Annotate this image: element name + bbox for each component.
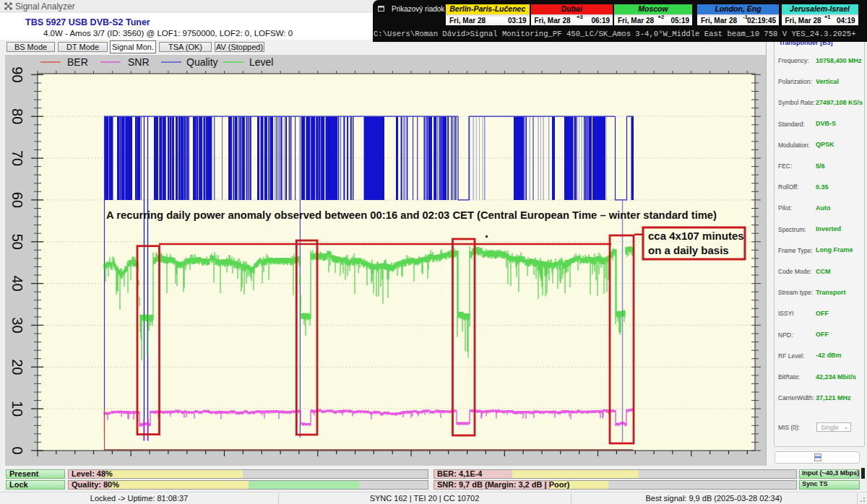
svg-text:SNR: SNR — [128, 56, 150, 68]
svg-text:on a daily basis: on a daily basis — [648, 244, 729, 256]
svg-text:A recurring daily power anomal: A recurring daily power anomaly observed… — [106, 209, 717, 221]
svg-text:10: 10 — [9, 401, 25, 417]
svg-text:Level: Level — [249, 56, 273, 68]
svg-text:70: 70 — [9, 150, 25, 166]
svg-text:50: 50 — [9, 234, 25, 250]
svg-text:0: 0 — [9, 446, 25, 454]
svg-text:Quality: Quality — [186, 56, 218, 68]
svg-text:cca 4x107 minutes: cca 4x107 minutes — [648, 230, 744, 242]
svg-text:BER: BER — [67, 56, 88, 68]
svg-text:90: 90 — [9, 66, 25, 82]
svg-text:20: 20 — [9, 359, 25, 375]
svg-text:30: 30 — [9, 317, 25, 333]
svg-text:40: 40 — [9, 275, 25, 291]
svg-text:60: 60 — [9, 192, 25, 208]
svg-text:80: 80 — [9, 108, 25, 124]
